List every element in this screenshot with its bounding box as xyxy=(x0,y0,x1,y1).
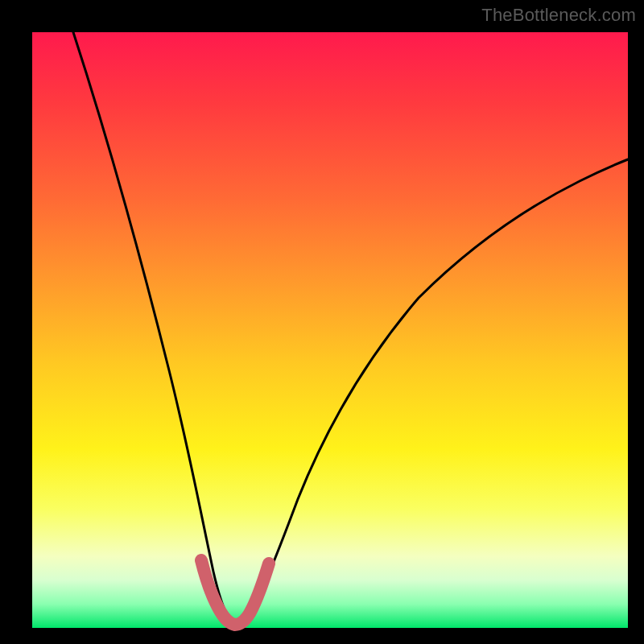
watermark-text: TheBottleneck.com xyxy=(481,5,636,26)
pink-accent-path xyxy=(201,560,269,625)
chart-svg xyxy=(32,32,628,628)
plot-area xyxy=(32,32,628,628)
chart-frame: TheBottleneck.com xyxy=(0,0,644,644)
black-curve-path xyxy=(73,32,628,623)
